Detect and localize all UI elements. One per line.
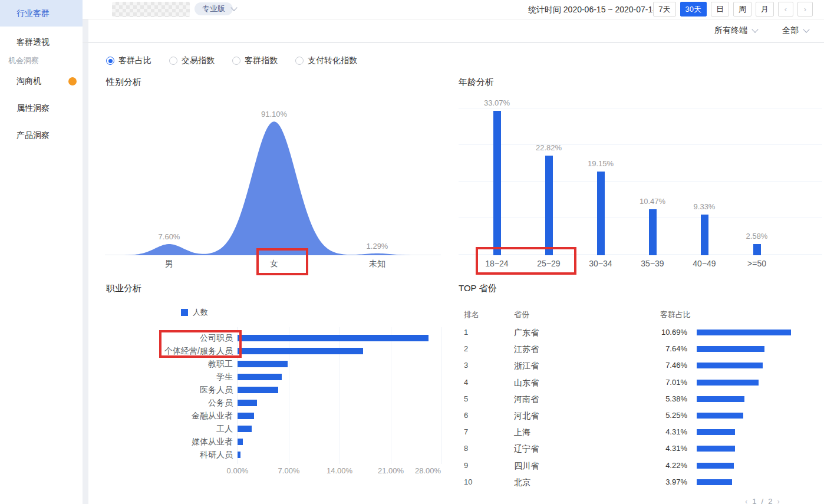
metric-radio-客群占比[interactable]: 客群占比 — [106, 55, 151, 66]
sidebar-item-产品洞察[interactable]: 产品洞察 — [0, 126, 83, 146]
scope-dropdown-label: 全部 — [782, 25, 799, 36]
metric-radio-label: 交易指数 — [182, 55, 215, 66]
occupation-bar — [238, 335, 429, 341]
gender-category-label: 未知 — [351, 259, 404, 269]
sidebar-item-淘商机[interactable]: 淘商机 — [0, 71, 83, 91]
province-bar — [697, 479, 732, 485]
gender-category-label: 男 — [143, 259, 196, 269]
province-rank: 10 — [464, 477, 472, 486]
province-bar — [697, 446, 735, 452]
gender-value-label: 91.10% — [251, 110, 298, 118]
province-name: 辽宁省 — [514, 444, 539, 454]
radio-icon — [106, 57, 114, 65]
province-name: 上海 — [514, 427, 530, 438]
province-share: 7.01% — [635, 378, 687, 387]
metric-radio-客群指数[interactable]: 客群指数 — [232, 55, 278, 66]
province-rank: 6 — [464, 411, 468, 420]
gridline — [391, 327, 391, 464]
age-chart-title: 年龄分析 — [459, 77, 494, 88]
occupation-bar — [238, 400, 257, 406]
range-button-周[interactable]: 周 — [733, 2, 752, 17]
province-table-title: TOP 省份 — [459, 283, 496, 294]
occupation-axis-tick: 21.00% — [373, 466, 408, 475]
occupation-bar — [238, 387, 278, 393]
occupation-bar — [238, 452, 240, 458]
province-table-header: 排名省份客群占比 — [459, 309, 824, 319]
occupation-category-label: 教职工 — [106, 358, 233, 369]
province-bar — [697, 413, 743, 419]
province-name: 河南省 — [514, 394, 539, 405]
radio-icon — [169, 57, 177, 65]
sidebar-item-label: 机会洞察 — [8, 55, 39, 66]
age-category-label: 30~34 — [574, 259, 627, 268]
metric-radio-group: 客群占比交易指数客群指数支付转化指数 — [106, 55, 357, 66]
occupation-legend: 人数 — [181, 307, 208, 318]
occupation-category-label: 医务人员 — [106, 384, 233, 395]
gender-value-label: 7.60% — [146, 232, 193, 241]
annotation-box-occupation — [159, 330, 242, 358]
divider — [83, 42, 824, 43]
sidebar-item-客群透视[interactable]: 客群透视 — [0, 32, 83, 52]
sidebar-item-行业客群[interactable]: 行业客群 — [0, 0, 83, 27]
age-category-label: 35~39 — [626, 259, 679, 268]
age-bar — [701, 215, 708, 255]
range-button-7天[interactable]: 7天 — [653, 2, 675, 17]
occupation-bar-chart: 0.00%7.00%14.00%21.00%28.00%公司职员个体经营/服务人… — [106, 327, 442, 464]
sidebar-item-label: 属性洞察 — [17, 103, 50, 114]
version-badge[interactable]: 专业版 — [195, 2, 233, 15]
province-column-header: 排名 — [464, 309, 479, 320]
occupation-category-label: 工人 — [106, 423, 233, 434]
province-row: 3浙江省7.46% — [459, 358, 824, 373]
range-prev-icon[interactable]: ‹ — [778, 2, 793, 17]
metric-radio-交易指数[interactable]: 交易指数 — [169, 55, 215, 66]
page-total: 2 — [768, 497, 772, 504]
age-category-label: >=50 — [730, 259, 783, 268]
sidebar-item-label: 淘商机 — [17, 76, 41, 87]
age-bar — [493, 111, 501, 255]
gridline — [441, 327, 442, 464]
annotation-box-female — [256, 248, 308, 275]
province-rank: 7 — [464, 427, 468, 436]
province-column-header: 省份 — [514, 309, 529, 320]
province-rank: 9 — [464, 461, 468, 470]
occupation-bar — [238, 374, 282, 380]
province-share: 4.31% — [635, 444, 687, 453]
occupation-axis-tick: 7.00% — [271, 466, 306, 475]
province-name: 山东省 — [514, 378, 539, 388]
scope-dropdown[interactable]: 全部 — [782, 25, 809, 36]
occupation-category-label: 媒体从业者 — [106, 436, 233, 447]
metric-radio-支付转化指数[interactable]: 支付转化指数 — [295, 55, 357, 66]
filter-bar: 所有终端 全部 — [88, 19, 824, 42]
province-column-header: 客群占比 — [660, 309, 691, 320]
range-button-30天[interactable]: 30天 — [680, 2, 707, 17]
range-button-月[interactable]: 月 — [756, 2, 774, 17]
occupation-chart-title: 职业分析 — [106, 283, 141, 294]
occupation-category-label: 学生 — [106, 371, 233, 382]
occupation-axis-tick: 28.00% — [406, 466, 441, 475]
gender-value-label: 1.29% — [354, 242, 401, 251]
page-prev-icon[interactable]: ‹ — [745, 497, 747, 504]
province-share: 5.25% — [635, 411, 687, 420]
province-share: 4.22% — [635, 461, 687, 470]
range-button-日[interactable]: 日 — [711, 2, 729, 17]
annotation-box-age — [476, 247, 576, 275]
chevron-down-icon — [803, 26, 809, 32]
province-share: 7.46% — [635, 361, 687, 370]
sidebar: 行业客群客群透视机会洞察淘商机属性洞察产品洞察 — [0, 0, 83, 504]
province-name: 广东省 — [514, 328, 539, 338]
occupation-bar — [238, 426, 252, 432]
province-name: 北京 — [514, 477, 530, 488]
metric-radio-label: 客群指数 — [245, 55, 278, 66]
age-value-label: 19.15% — [577, 159, 624, 168]
sidebar-items: 行业客群客群透视机会洞察淘商机属性洞察产品洞察 — [0, 0, 83, 146]
age-value-label: 33.07% — [473, 98, 520, 107]
terminal-dropdown[interactable]: 所有终端 — [714, 25, 757, 36]
page-next-icon[interactable]: › — [777, 497, 779, 504]
occupation-category-label: 公务员 — [106, 397, 233, 408]
province-rank: 8 — [464, 444, 468, 453]
range-next-icon[interactable]: › — [797, 2, 813, 17]
province-bar — [697, 346, 764, 352]
province-rank: 4 — [464, 378, 468, 387]
gridline — [459, 108, 822, 108]
sidebar-item-属性洞察[interactable]: 属性洞察 — [0, 98, 83, 118]
